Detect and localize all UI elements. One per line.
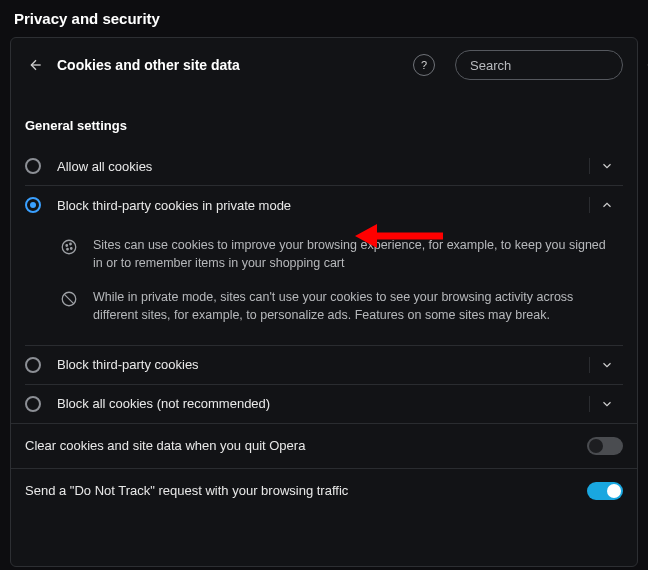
chevron-up-icon bbox=[600, 198, 614, 212]
option-label: Block third-party cookies bbox=[57, 357, 581, 372]
chevron-down-icon bbox=[600, 397, 614, 411]
do-not-track-row[interactable]: Send a "Do Not Track" request with your … bbox=[11, 468, 637, 513]
switch-label: Clear cookies and site data when you qui… bbox=[25, 438, 587, 453]
clear-on-quit-row[interactable]: Clear cookies and site data when you qui… bbox=[11, 423, 637, 468]
detail-row: Sites can use cookies to improve your br… bbox=[29, 228, 623, 280]
help-button[interactable]: ? bbox=[413, 54, 435, 76]
expand-button[interactable] bbox=[589, 396, 623, 412]
section-label: General settings bbox=[11, 92, 637, 147]
expand-button[interactable] bbox=[589, 357, 623, 373]
detail-text: Sites can use cookies to improve your br… bbox=[93, 236, 619, 272]
expand-button[interactable] bbox=[589, 158, 623, 174]
svg-point-2 bbox=[66, 245, 68, 247]
settings-panel: Cookies and other site data ? General se… bbox=[10, 37, 638, 567]
panel-title: Cookies and other site data bbox=[57, 57, 240, 73]
option-block-all[interactable]: Block all cookies (not recommended) bbox=[25, 385, 623, 423]
search-box[interactable] bbox=[455, 50, 623, 80]
detail-text: While in private mode, sites can't use y… bbox=[93, 288, 619, 324]
help-icon: ? bbox=[421, 59, 427, 71]
search-input[interactable] bbox=[470, 58, 638, 73]
cookie-icon bbox=[59, 238, 79, 258]
svg-point-1 bbox=[62, 240, 76, 254]
option-block-3p[interactable]: Block third-party cookies bbox=[25, 346, 623, 385]
option-detail: Sites can use cookies to improve your br… bbox=[25, 224, 623, 346]
svg-point-5 bbox=[67, 249, 69, 251]
detail-row: While in private mode, sites can't use y… bbox=[29, 280, 623, 332]
panel-header: Cookies and other site data ? bbox=[11, 38, 637, 92]
switch-label: Send a "Do Not Track" request with your … bbox=[25, 483, 587, 498]
back-button[interactable] bbox=[25, 54, 47, 76]
option-allow-all[interactable]: Allow all cookies bbox=[25, 147, 623, 186]
svg-point-4 bbox=[71, 248, 73, 250]
block-icon bbox=[59, 290, 79, 310]
radio-block-all[interactable] bbox=[25, 396, 41, 412]
option-label: Block third-party cookies in private mod… bbox=[57, 198, 581, 213]
chevron-down-icon bbox=[600, 358, 614, 372]
option-label: Allow all cookies bbox=[57, 159, 581, 174]
arrow-left-icon bbox=[28, 57, 44, 73]
radio-block-3p-private[interactable] bbox=[25, 197, 41, 213]
chevron-down-icon bbox=[600, 159, 614, 173]
cookie-options: Allow all cookies Block third-party cook… bbox=[11, 147, 637, 423]
radio-allow-all[interactable] bbox=[25, 158, 41, 174]
do-not-track-toggle[interactable] bbox=[587, 482, 623, 500]
option-block-3p-private[interactable]: Block third-party cookies in private mod… bbox=[25, 186, 623, 224]
svg-point-3 bbox=[70, 243, 72, 245]
radio-block-3p[interactable] bbox=[25, 357, 41, 373]
page-title: Privacy and security bbox=[0, 0, 648, 37]
option-label: Block all cookies (not recommended) bbox=[57, 396, 581, 411]
clear-on-quit-toggle[interactable] bbox=[587, 437, 623, 455]
collapse-button[interactable] bbox=[589, 197, 623, 213]
